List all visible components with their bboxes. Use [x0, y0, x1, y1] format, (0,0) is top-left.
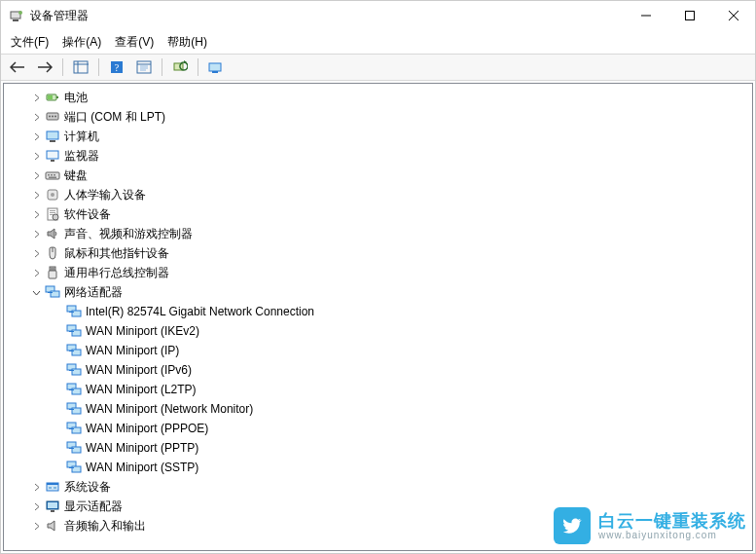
forward-button[interactable]: [32, 55, 57, 79]
tree-leaf-label: WAN Miniport (Network Monitor): [86, 402, 261, 416]
menu-help[interactable]: 帮助(H): [163, 33, 211, 52]
show-hide-tree-button[interactable]: [68, 55, 93, 79]
toolbar-separator: [162, 58, 162, 76]
network-icon: [66, 323, 82, 339]
tree-node[interactable]: 电池: [4, 88, 752, 107]
tree-node-label: 音频输入和输出: [64, 518, 154, 535]
svg-rect-79: [47, 483, 58, 485]
network-icon: [45, 284, 60, 300]
window-controls: [624, 1, 755, 30]
sound-icon: [45, 226, 60, 241]
svg-rect-47: [54, 268, 54, 270]
tree-node[interactable]: 声音、视频和游戏控制器: [4, 224, 752, 243]
tree-node-label: 端口 (COM 和 LPT): [64, 109, 173, 126]
tree-node[interactable]: 计算机: [4, 127, 752, 146]
tree-leaf[interactable]: Intel(R) 82574L Gigabit Network Connecti…: [4, 302, 752, 321]
tree-node[interactable]: 键盘: [4, 166, 752, 185]
svg-rect-40: [50, 212, 55, 213]
usb-icon: [45, 265, 60, 280]
tree-leaf[interactable]: WAN Miniport (L2TP): [4, 380, 752, 399]
svg-point-25: [52, 116, 54, 118]
svg-rect-30: [51, 160, 54, 162]
display-icon: [45, 499, 60, 514]
tree-node[interactable]: 系统设备: [4, 477, 752, 497]
tree-node[interactable]: 通用串行总线控制器: [4, 263, 752, 282]
tree-node-label: 系统设备: [64, 479, 119, 496]
chevron-right-icon[interactable]: [29, 210, 43, 219]
audio-icon: [45, 518, 60, 534]
minimize-button[interactable]: [624, 1, 667, 30]
tree-leaf[interactable]: WAN Miniport (IKEv2): [4, 321, 752, 341]
window-title: 设备管理器: [30, 8, 624, 24]
add-legacy-hardware-button[interactable]: [203, 55, 229, 79]
tree-leaf[interactable]: WAN Miniport (PPTP): [4, 438, 752, 458]
chevron-right-icon[interactable]: [29, 152, 43, 161]
chevron-right-icon[interactable]: [29, 113, 43, 122]
tree-node[interactable]: 鼠标和其他指针设备: [4, 243, 752, 263]
maximize-button[interactable]: [667, 1, 711, 30]
svg-rect-76: [72, 466, 81, 472]
titlebar: 设备管理器: [1, 1, 755, 30]
svg-rect-64: [72, 388, 81, 394]
network-icon: [66, 460, 82, 475]
properties-button[interactable]: [131, 55, 157, 79]
tree-leaf-label: WAN Miniport (IPv6): [86, 363, 199, 377]
svg-rect-44: [50, 267, 55, 271]
svg-rect-32: [48, 174, 50, 176]
menu-file[interactable]: 文件(F): [7, 33, 53, 52]
back-button[interactable]: [5, 55, 30, 79]
svg-rect-71: [69, 428, 74, 429]
tree-node[interactable]: 人体学输入设备: [4, 185, 752, 204]
system-icon: [45, 479, 60, 495]
software-icon: [45, 206, 60, 222]
chevron-right-icon[interactable]: [29, 522, 43, 531]
svg-point-37: [51, 193, 54, 197]
device-tree-panel[interactable]: 电池端口 (COM 和 LPT)计算机监视器键盘人体学输入设备软件设备声音、视频…: [3, 83, 753, 551]
chevron-right-icon[interactable]: [29, 171, 43, 180]
tree-node[interactable]: 软件设备: [4, 204, 752, 224]
tree-leaf[interactable]: WAN Miniport (PPPOE): [4, 419, 752, 438]
help-button[interactable]: ?: [104, 55, 129, 79]
monitor-icon: [45, 148, 60, 164]
svg-rect-1: [13, 19, 18, 21]
chevron-right-icon[interactable]: [29, 502, 43, 511]
chevron-right-icon[interactable]: [29, 269, 43, 277]
tree-node[interactable]: 监视器: [4, 146, 752, 166]
tree-leaf[interactable]: WAN Miniport (IPv6): [4, 360, 752, 380]
tree-leaf[interactable]: WAN Miniport (Network Monitor): [4, 399, 752, 419]
chevron-right-icon[interactable]: [29, 132, 43, 141]
app-icon: [9, 8, 24, 23]
svg-rect-84: [51, 510, 54, 512]
close-button[interactable]: [711, 1, 755, 30]
tree-node[interactable]: 音频输入和输出: [4, 516, 752, 536]
network-icon: [66, 440, 82, 456]
chevron-right-icon[interactable]: [29, 191, 43, 200]
mouse-icon: [45, 245, 60, 261]
svg-rect-62: [69, 370, 74, 371]
svg-rect-61: [72, 369, 81, 375]
device-tree: 电池端口 (COM 和 LPT)计算机监视器键盘人体学输入设备软件设备声音、视频…: [4, 84, 752, 539]
chevron-down-icon[interactable]: [29, 288, 43, 297]
svg-rect-73: [72, 447, 81, 453]
network-icon: [66, 401, 82, 417]
tree-node-label: 软件设备: [64, 206, 119, 223]
tree-leaf[interactable]: WAN Miniport (SSTP): [4, 458, 752, 477]
svg-text:?: ?: [115, 62, 120, 73]
menu-action[interactable]: 操作(A): [58, 33, 105, 52]
svg-rect-65: [69, 389, 74, 390]
svg-rect-45: [49, 271, 56, 278]
chevron-right-icon[interactable]: [29, 230, 43, 239]
tree-node-label: 鼠标和其他指针设备: [64, 245, 177, 262]
tree-node[interactable]: 端口 (COM 和 LPT): [4, 107, 752, 127]
menu-view[interactable]: 查看(V): [111, 33, 158, 52]
chevron-right-icon[interactable]: [29, 249, 43, 258]
tree-node[interactable]: 显示适配器: [4, 497, 752, 516]
tree-leaf[interactable]: WAN Miniport (IP): [4, 341, 752, 360]
tree-node[interactable]: 网络适配器: [4, 282, 752, 302]
svg-rect-70: [72, 427, 81, 433]
chevron-right-icon[interactable]: [29, 483, 43, 492]
scan-hardware-button[interactable]: [167, 55, 193, 79]
svg-rect-21: [56, 96, 58, 98]
svg-point-2: [18, 11, 22, 15]
chevron-right-icon[interactable]: [29, 93, 43, 102]
